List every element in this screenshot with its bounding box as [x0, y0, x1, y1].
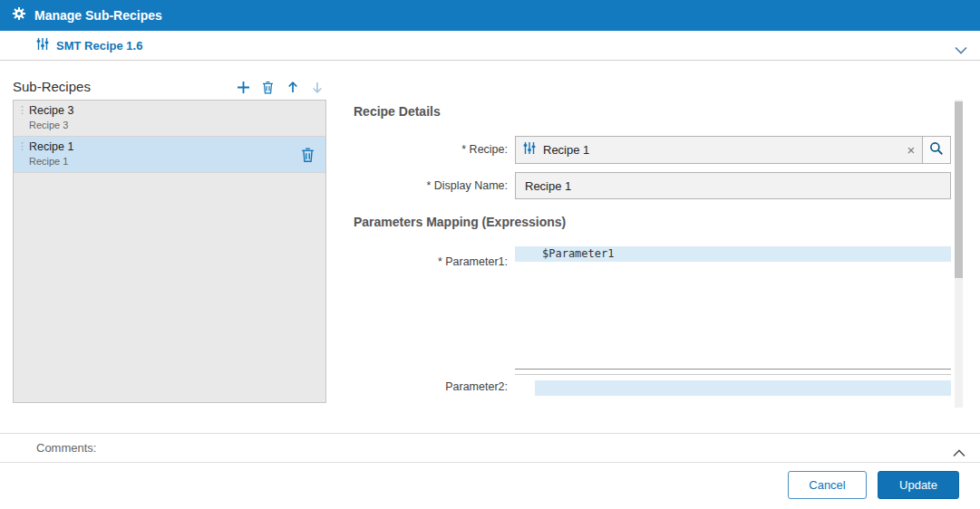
- search-recipe-button[interactable]: [922, 137, 950, 163]
- sub-recipes-list: ⋮⋮ Recipe 3 Recipe 3 ⋮⋮ Recipe 1 Recipe …: [13, 100, 326, 403]
- recipe-bar[interactable]: SMT Recipe 1.6: [0, 31, 980, 61]
- scrollbar-thumb[interactable]: [955, 101, 963, 278]
- clear-icon[interactable]: ×: [900, 142, 922, 158]
- gear-icon: [12, 6, 26, 24]
- list-item-display: Recipe 3: [29, 120, 318, 130]
- parameter1-expression-editor[interactable]: $Parameter1: [515, 246, 951, 370]
- update-button[interactable]: Update: [878, 471, 959, 499]
- comments-label: Comments:: [36, 441, 96, 455]
- list-item-recipe-1[interactable]: ⋮⋮ Recipe 1 Recipe 1: [14, 137, 325, 173]
- search-icon: [929, 141, 944, 159]
- parameter1-label: * Parameter1:: [354, 255, 508, 268]
- parameter2-expression-editor[interactable]: [515, 378, 951, 403]
- display-name-input[interactable]: Recipe 1: [515, 172, 951, 199]
- move-down-button[interactable]: [307, 78, 327, 96]
- move-up-button[interactable]: [283, 78, 303, 96]
- vertical-scrollbar[interactable]: [955, 100, 963, 408]
- recipe-bar-label: SMT Recipe 1.6: [56, 39, 142, 53]
- sliders-icon: [36, 37, 49, 54]
- display-name-field-label: * Display Name:: [354, 179, 508, 192]
- parameters-mapping-title: Parameters Mapping (Expressions): [354, 215, 566, 229]
- cancel-button[interactable]: Cancel: [788, 471, 867, 499]
- add-sub-recipe-button[interactable]: [233, 78, 253, 96]
- list-item-recipe-3[interactable]: ⋮⋮ Recipe 3 Recipe 3: [14, 101, 325, 137]
- recipe-field-label: * Recipe:: [354, 143, 508, 156]
- drag-handle-icon[interactable]: ⋮⋮: [17, 106, 35, 113]
- list-item-name: Recipe 1: [29, 140, 318, 153]
- comments-section[interactable]: Comments:: [0, 433, 980, 463]
- dialog-title: Manage Sub-Recipes: [34, 8, 162, 23]
- recipe-field-value[interactable]: Recipe 1: [543, 143, 900, 157]
- chevron-down-icon[interactable]: [955, 42, 967, 58]
- chevron-up-icon[interactable]: [953, 445, 965, 461]
- sliders-icon: [523, 141, 536, 158]
- parameter2-expression-line[interactable]: [535, 380, 951, 396]
- recipe-combo-field[interactable]: Recipe 1 ×: [515, 136, 951, 164]
- sub-recipes-title: Sub-Recipes: [13, 79, 91, 94]
- titlebar: Manage Sub-Recipes: [0, 0, 980, 31]
- manage-sub-recipes-dialog: Manage Sub-Recipes SMT Recipe 1.6 Sub-Re…: [0, 0, 980, 509]
- drag-handle-icon[interactable]: ⋮⋮: [17, 142, 35, 149]
- editor-separator: [515, 374, 951, 375]
- list-item-name: Recipe 3: [29, 104, 318, 117]
- list-item-display: Recipe 1: [29, 156, 318, 167]
- trash-icon[interactable]: [301, 147, 315, 167]
- parameter1-expression-line[interactable]: $Parameter1: [515, 246, 951, 262]
- sub-recipes-toolbar: [233, 78, 327, 96]
- recipe-details-title: Recipe Details: [354, 104, 441, 119]
- delete-sub-recipe-button[interactable]: [257, 78, 277, 96]
- parameter2-label: Parameter2:: [354, 380, 508, 393]
